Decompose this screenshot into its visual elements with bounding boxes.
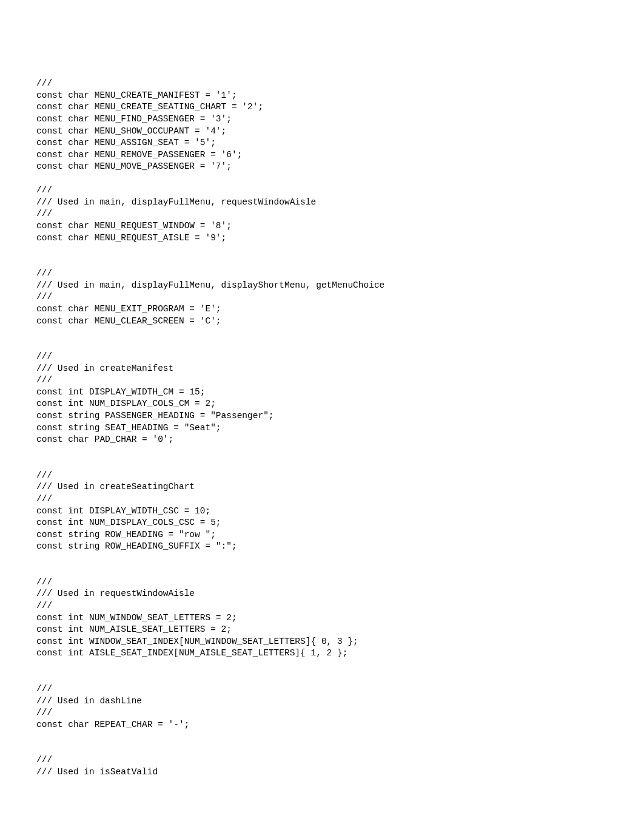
code-text: /// const char MENU_CREATE_MANIFEST = '1… [36, 78, 384, 777]
code-block: /// const char MENU_CREATE_MANIFEST = '1… [36, 78, 608, 778]
